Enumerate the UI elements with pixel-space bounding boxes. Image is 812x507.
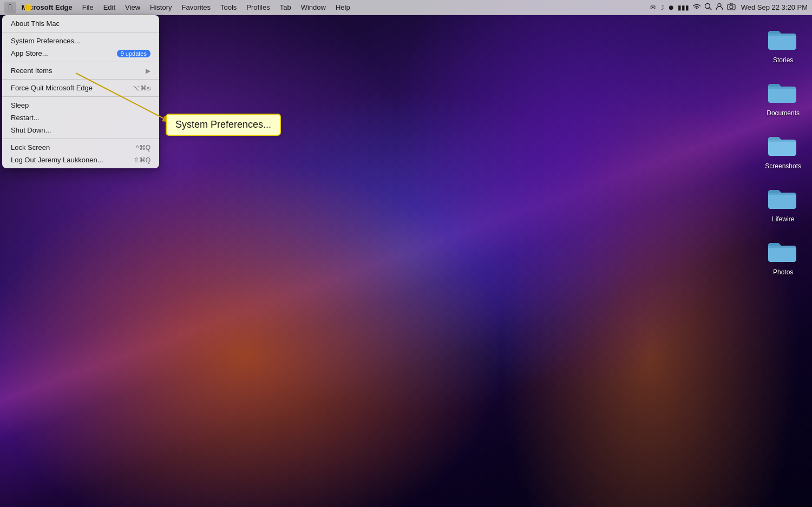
stories-label: Stories <box>773 56 793 64</box>
desktop-icons-container: Stories Documents Screenshots <box>763 22 803 278</box>
menu-item-logout-label: Log Out Jeremy Laukkonen... <box>11 156 103 164</box>
menu-item-restart-label: Restart... <box>11 114 40 122</box>
menu-separator-4 <box>2 96 159 97</box>
documents-label: Documents <box>767 109 800 117</box>
svg-point-4 <box>730 5 733 9</box>
menubar-view[interactable]: View <box>121 2 145 12</box>
menubar-left:  Microsoft Edge File Edit View History … <box>4 2 650 14</box>
menu-separator-2 <box>2 62 159 62</box>
menubar-app-name[interactable]: Microsoft Edge <box>17 2 77 12</box>
menubar-screentime-icon[interactable]: ⏺ <box>668 4 675 11</box>
callout-tooltip: System Preferences... <box>166 114 281 136</box>
menu-item-force-quit-label: Force Quit Microsoft Edge <box>11 84 93 92</box>
documents-folder-icon <box>766 77 801 107</box>
svg-line-1 <box>709 8 711 10</box>
photos-label: Photos <box>773 268 793 276</box>
menu-item-sleep[interactable]: Sleep <box>2 99 159 111</box>
desktop-icon-documents[interactable]: Documents <box>764 75 803 119</box>
menu-item-system-prefs[interactable]: System Preferences... <box>2 35 159 47</box>
menu-item-about-label: About This Mac <box>11 19 60 28</box>
menu-item-restart[interactable]: Restart... <box>2 111 159 124</box>
desktop-icon-screenshots[interactable]: Screenshots <box>763 128 803 172</box>
menu-item-sleep-label: Sleep <box>11 101 29 109</box>
lifewire-folder-icon <box>766 183 801 213</box>
apple-dropdown-menu: About This Mac System Preferences... App… <box>2 15 159 168</box>
desktop-icon-lifewire[interactable]: Lifewire <box>764 181 803 225</box>
desktop-icon-stories[interactable]: Stories <box>764 22 803 66</box>
menubar-window[interactable]: Window <box>297 2 330 12</box>
menu-separator-1 <box>2 32 159 32</box>
photos-folder-icon <box>766 236 801 266</box>
menu-item-recent-items[interactable]: Recent Items ▶ <box>2 64 159 77</box>
menu-item-force-quit-shortcut: ⌥⌘⎋ <box>133 84 150 92</box>
stories-folder-icon <box>766 24 801 54</box>
menubar-camera-icon[interactable] <box>727 3 736 12</box>
app-store-badge: 9 updates <box>117 50 150 57</box>
menubar-profiles[interactable]: Profiles <box>242 2 274 12</box>
menu-item-app-store-label: App Store... <box>11 49 48 57</box>
menubar-history[interactable]: History <box>146 2 176 12</box>
menubar:  Microsoft Edge File Edit View History … <box>0 0 812 15</box>
menu-item-recent-items-label: Recent Items <box>11 67 53 75</box>
callout-text: System Preferences... <box>175 119 271 130</box>
recent-items-chevron-icon: ▶ <box>146 67 150 75</box>
menu-item-shutdown-label: Shut Down... <box>11 126 51 134</box>
lifewire-label: Lifewire <box>772 215 794 223</box>
menu-item-about[interactable]: About This Mac <box>2 17 159 30</box>
menu-item-system-prefs-label: System Preferences... <box>11 37 80 45</box>
menubar-right: ✉ ☽ ⏺ ▮▮▮ <box>650 2 808 12</box>
menubar-tools[interactable]: Tools <box>216 2 241 12</box>
apple-menu-trigger[interactable]:  <box>4 2 16 14</box>
screenshots-folder-icon <box>766 130 801 160</box>
menu-item-force-quit[interactable]: Force Quit Microsoft Edge ⌥⌘⎋ <box>2 82 159 94</box>
menubar-help[interactable]: Help <box>331 2 355 12</box>
menu-separator-5 <box>2 139 159 139</box>
menubar-edit[interactable]: Edit <box>99 2 120 12</box>
menubar-wifi-icon[interactable] <box>692 3 701 11</box>
menu-item-lock-screen[interactable]: Lock Screen ^⌘Q <box>2 141 159 154</box>
menu-item-lock-screen-shortcut: ^⌘Q <box>136 144 150 152</box>
menu-item-logout-shortcut: ⇧⌘Q <box>134 156 150 164</box>
menubar-file[interactable]: File <box>78 2 98 12</box>
menu-item-logout[interactable]: Log Out Jeremy Laukkonen... ⇧⌘Q <box>2 154 159 166</box>
menu-item-lock-screen-label: Lock Screen <box>11 143 50 152</box>
menubar-user-icon[interactable] <box>715 2 724 12</box>
menu-item-app-store[interactable]: App Store... 9 updates <box>2 47 159 60</box>
menubar-battery-icon[interactable]: ▮▮▮ <box>678 4 689 11</box>
menubar-datetime[interactable]: Wed Sep 22 3:20 PM <box>741 3 808 11</box>
menubar-mail-icon[interactable]: ✉ <box>650 4 656 11</box>
menubar-tab[interactable]: Tab <box>276 2 296 12</box>
menubar-favorites[interactable]: Favorites <box>178 2 215 12</box>
desktop-icon-photos[interactable]: Photos <box>764 234 803 278</box>
menubar-dnd-icon[interactable]: ☽ <box>659 4 665 11</box>
menubar-search-icon[interactable] <box>704 3 712 12</box>
screenshots-label: Screenshots <box>765 162 801 170</box>
menu-separator-3 <box>2 79 159 80</box>
menu-item-shutdown[interactable]: Shut Down... <box>2 124 159 136</box>
